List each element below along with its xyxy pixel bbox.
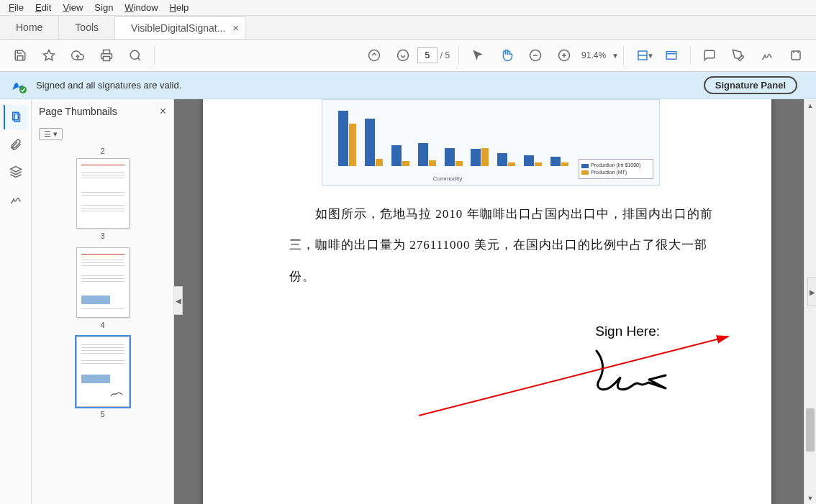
page-canvas: Commodity Production (Int $1000) Product… [203, 99, 771, 504]
svg-marker-19 [10, 167, 21, 173]
svg-line-20 [419, 336, 728, 416]
legend-series-2: Production (MT) [591, 170, 627, 175]
sign-here-label: Sign Here: [595, 324, 660, 339]
svg-rect-15 [792, 51, 800, 60]
svg-rect-13 [666, 52, 676, 60]
signature-status-text: Signed and all signatures are valid. [36, 80, 181, 91]
thumb-label-prev: 2 [32, 147, 173, 155]
thumbnails-options-button[interactable]: ☰ ▾ [39, 128, 63, 140]
select-tool-icon[interactable] [466, 43, 490, 68]
more-tools-icon[interactable] [784, 43, 808, 68]
page-up-icon[interactable] [362, 43, 386, 68]
page-down-icon[interactable] [391, 43, 415, 68]
comment-icon[interactable] [697, 43, 722, 68]
page-number-input[interactable] [417, 47, 438, 63]
save-icon[interactable] [8, 43, 32, 68]
thumbnails-tab-icon[interactable] [4, 105, 28, 129]
svg-line-3 [137, 58, 140, 60]
attachments-tab-icon[interactable] [4, 132, 28, 157]
svg-point-2 [130, 50, 139, 59]
page-thumbnail[interactable] [76, 158, 130, 229]
print-icon[interactable] [94, 43, 119, 68]
document-view[interactable]: ◀ Commodity Production (Int $1000) Produ… [174, 99, 816, 504]
zoom-level-label[interactable]: 91.4% [581, 50, 606, 60]
menu-edit[interactable]: Edit [30, 1, 57, 14]
svg-point-5 [397, 50, 408, 61]
thumbnails-header: Page Thumbnails × [32, 99, 173, 124]
zoom-in-icon[interactable] [552, 43, 576, 68]
zoom-out-icon[interactable] [523, 43, 548, 68]
chart-legend: Production (Int $1000) Production (MT) [579, 159, 653, 179]
signatures-tab-icon[interactable] [4, 187, 28, 211]
work-area: Page Thumbnails × ☰ ▾ 2 3 [0, 99, 816, 504]
tab-close-button[interactable]: × [232, 22, 239, 34]
thumbnails-panel: Page Thumbnails × ☰ ▾ 2 3 [32, 99, 174, 504]
signature-valid-icon [10, 77, 27, 94]
cloud-upload-icon[interactable] [65, 43, 90, 68]
side-tabs [0, 99, 32, 504]
layers-tab-icon[interactable] [4, 160, 28, 184]
thumbnails-title: Page Thumbnails [39, 106, 117, 117]
thumbnails-close-button[interactable]: × [160, 105, 166, 118]
svg-marker-0 [44, 50, 55, 60]
annotation-arrow [412, 322, 743, 423]
hand-tool-icon[interactable] [494, 43, 519, 68]
thumbnails-scroll[interactable]: 2 3 4 [32, 144, 173, 504]
sign-icon[interactable] [755, 43, 779, 68]
scroll-down-arrow[interactable]: ▼ [804, 492, 816, 504]
tab-tools[interactable]: Tools [59, 16, 115, 39]
menu-view[interactable]: View [57, 1, 89, 14]
highlight-icon[interactable] [726, 43, 751, 68]
tab-document-label: VisibleDigitalSignat... [131, 22, 225, 34]
thumbnails-options: ☰ ▾ [32, 124, 173, 144]
signature-validation-bar: Signed and all signatures are valid. Sig… [0, 72, 816, 99]
legend-series-1: Production (Int $1000) [591, 162, 640, 168]
thumb-number: 4 [100, 321, 104, 329]
page-thumbnail[interactable] [76, 336, 130, 407]
signature-panel-button[interactable]: Signature Panel [704, 76, 797, 94]
page-display-icon[interactable] [659, 43, 684, 68]
svg-rect-1 [104, 57, 110, 61]
chart-x-axis-label: Commodity [322, 175, 573, 182]
tab-document[interactable]: VisibleDigitalSignat... × [115, 16, 245, 39]
menu-file[interactable]: File [3, 1, 30, 14]
toolbar: / 5 91.4%▼ ▼ [0, 40, 816, 72]
thumb-number: 5 [100, 410, 104, 418]
page-thumbnail[interactable] [76, 247, 130, 318]
embedded-chart: Commodity Production (Int $1000) Product… [322, 99, 660, 185]
menu-help[interactable]: Help [164, 1, 195, 14]
handwritten-signature [581, 344, 674, 401]
scroll-up-arrow[interactable]: ▲ [804, 99, 816, 111]
search-icon[interactable] [123, 43, 148, 68]
zoom-dropdown-icon[interactable]: ▼ [612, 52, 619, 60]
menu-bar: File Edit View Sign Window Help [0, 0, 816, 16]
thumb-number: 3 [100, 232, 104, 240]
tab-home[interactable]: Home [0, 16, 59, 39]
scroll-thumb[interactable] [806, 408, 815, 452]
document-paragraph: 如图所示，危地马拉 2010 年咖啡出口占国内出口中，排国内出口的前三，咖啡的出… [289, 198, 714, 292]
collapse-left-handle[interactable]: ◀ [174, 286, 183, 315]
page-total-label: / 5 [440, 50, 450, 60]
menu-window[interactable]: Window [119, 1, 163, 14]
expand-right-handle[interactable]: ▶ [807, 278, 816, 306]
menu-sign[interactable]: Sign [89, 1, 119, 14]
tab-bar: Home Tools VisibleDigitalSignat... × [0, 16, 816, 40]
svg-point-4 [368, 50, 379, 61]
star-icon[interactable] [37, 43, 61, 68]
fit-width-icon[interactable]: ▼ [630, 43, 655, 68]
